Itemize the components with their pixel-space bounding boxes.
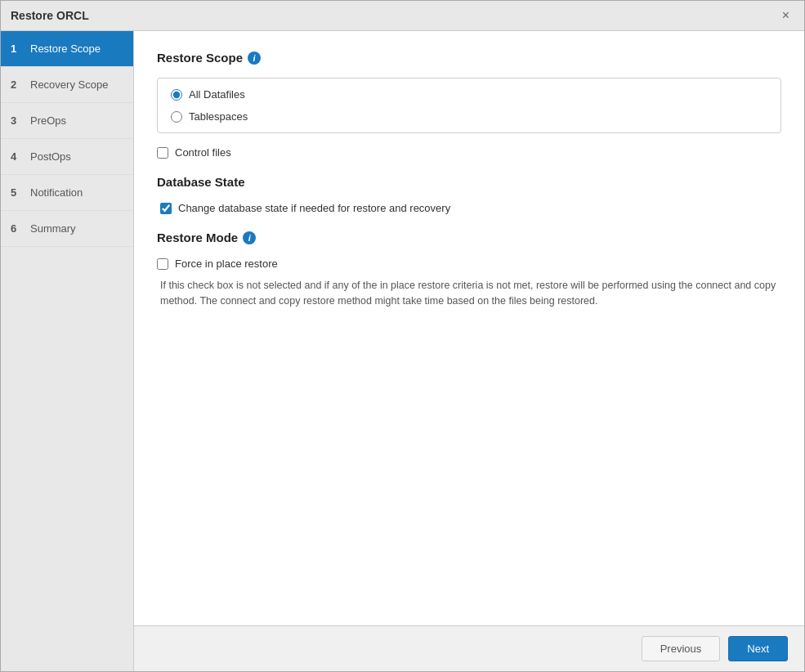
restore-mode-section: Restore Mode i Force in place restore If… <box>157 231 781 309</box>
sidebar-label-5: Notification <box>30 186 83 199</box>
close-button[interactable]: × <box>777 7 794 24</box>
control-files-label: Control files <box>175 146 231 159</box>
previous-button[interactable]: Previous <box>642 636 721 661</box>
radio-tablespaces[interactable]: Tablespaces <box>171 110 767 123</box>
control-files-checkbox-item[interactable]: Control files <box>157 146 781 159</box>
restore-mode-title: Restore Mode <box>157 231 238 244</box>
sidebar-label-2: Recovery Scope <box>30 78 108 91</box>
step-number-3: 3 <box>11 114 24 127</box>
sidebar: 1 Restore Scope 2 Recovery Scope 3 PreOp… <box>1 31 134 671</box>
sidebar-label-3: PreOps <box>30 114 66 127</box>
restore-mode-info-icon[interactable]: i <box>243 231 256 244</box>
restore-scope-heading: Restore Scope i <box>157 51 781 65</box>
force-in-place-checkbox[interactable] <box>157 258 168 270</box>
dialog-body: 1 Restore Scope 2 Recovery Scope 3 PreOp… <box>1 31 804 671</box>
next-button[interactable]: Next <box>728 636 788 661</box>
db-state-checkbox-item[interactable]: Change database state if needed for rest… <box>160 202 781 214</box>
db-state-label: Change database state if needed for rest… <box>178 202 450 214</box>
database-state-title: Database State <box>157 175 245 189</box>
radio-all-datafiles-input[interactable] <box>171 89 182 101</box>
sidebar-item-recovery-scope[interactable]: 2 Recovery Scope <box>1 67 133 103</box>
sidebar-item-notification[interactable]: 5 Notification <box>1 175 133 211</box>
force-in-place-label: Force in place restore <box>175 258 278 270</box>
sidebar-label-4: PostOps <box>30 150 71 163</box>
step-number-5: 5 <box>11 186 24 199</box>
radio-all-datafiles[interactable]: All Datafiles <box>171 88 767 101</box>
restore-scope-radio-group: All Datafiles Tablespaces <box>157 78 781 133</box>
sidebar-item-preops[interactable]: 3 PreOps <box>1 103 133 139</box>
restore-mode-help-text: If this check box is not selected and if… <box>160 278 781 309</box>
dialog-titlebar: Restore ORCL × <box>1 1 804 31</box>
step-number-4: 4 <box>11 150 24 163</box>
database-state-section: Database State Change database state if … <box>157 175 781 214</box>
sidebar-item-summary[interactable]: 6 Summary <box>1 211 133 247</box>
control-files-checkbox[interactable] <box>157 147 168 159</box>
main-content: Restore Scope i All Datafiles Tablespace… <box>134 31 804 671</box>
radio-all-datafiles-label: All Datafiles <box>189 88 245 101</box>
step-number-1: 1 <box>11 43 24 55</box>
radio-tablespaces-label: Tablespaces <box>189 110 248 123</box>
database-state-heading: Database State <box>157 175 781 189</box>
dialog-footer: Previous Next <box>134 625 804 671</box>
sidebar-label-1: Restore Scope <box>30 43 101 55</box>
restore-scope-title: Restore Scope <box>157 51 243 65</box>
sidebar-item-postops[interactable]: 4 PostOps <box>1 139 133 175</box>
sidebar-label-6: Summary <box>30 222 76 235</box>
content-area: Restore Scope i All Datafiles Tablespace… <box>134 31 804 625</box>
force-in-place-checkbox-item[interactable]: Force in place restore <box>157 258 781 270</box>
restore-scope-info-icon[interactable]: i <box>248 52 261 65</box>
radio-tablespaces-input[interactable] <box>171 111 182 123</box>
restore-mode-heading: Restore Mode i <box>157 231 781 244</box>
restore-dialog: Restore ORCL × 1 Restore Scope 2 Recover… <box>0 0 805 672</box>
step-number-2: 2 <box>11 78 24 91</box>
sidebar-item-restore-scope[interactable]: 1 Restore Scope <box>1 31 133 67</box>
db-state-checkbox[interactable] <box>160 203 172 214</box>
step-number-6: 6 <box>11 222 24 235</box>
dialog-title: Restore ORCL <box>11 9 89 22</box>
